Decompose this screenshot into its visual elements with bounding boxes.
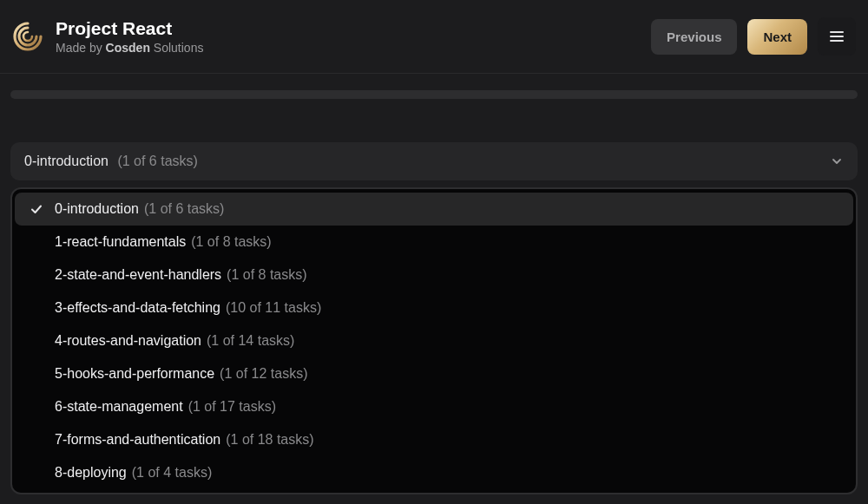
module-count: (1 of 14 tasks)	[207, 333, 294, 348]
module-count: (1 of 12 tasks)	[220, 366, 307, 381]
menu-button[interactable]	[818, 17, 856, 56]
check-icon	[30, 433, 43, 447]
module-label: 3-effects-and-data-fetching	[55, 300, 220, 315]
check-icon	[30, 400, 43, 414]
module-option[interactable]: 5-hooks-and-performance(1 of 12 tasks)	[15, 357, 853, 390]
check-icon	[30, 268, 43, 282]
next-button[interactable]: Next	[747, 19, 807, 55]
hamburger-icon	[828, 28, 845, 45]
module-label: 2-state-and-event-handlers	[55, 267, 221, 282]
page-subtitle: Made by Cosden Solutions	[56, 41, 203, 55]
module-count: (1 of 8 tasks)	[227, 267, 306, 282]
check-icon	[30, 466, 43, 480]
check-icon	[30, 367, 43, 381]
module-option[interactable]: 3-effects-and-data-fetching(10 of 11 tas…	[15, 291, 853, 324]
selector-label: 0-introduction	[24, 154, 108, 168]
module-selector[interactable]: 0-introduction (1 of 6 tasks)	[10, 142, 858, 180]
module-option[interactable]: 7-forms-and-authentication(1 of 18 tasks…	[15, 423, 853, 456]
check-icon	[30, 202, 43, 216]
check-icon	[30, 301, 43, 315]
module-option[interactable]: 4-routes-and-navigation(1 of 14 tasks)	[15, 324, 853, 357]
chevron-down-icon	[830, 154, 844, 168]
module-count: (10 of 11 tasks)	[226, 300, 321, 315]
module-label: 7-forms-and-authentication	[55, 432, 220, 447]
module-label: 1-react-fundamentals	[55, 234, 186, 249]
module-count: (1 of 17 tasks)	[188, 399, 276, 414]
brand: Project React Made by Cosden Solutions	[12, 18, 203, 55]
previous-button[interactable]: Previous	[651, 19, 737, 55]
module-label: 8-deploying	[55, 465, 127, 480]
module-option[interactable]: 6-state-management(1 of 17 tasks)	[15, 390, 853, 423]
page-title: Project React	[56, 18, 203, 39]
module-label: 5-hooks-and-performance	[55, 366, 214, 381]
module-option[interactable]: 0-introduction(1 of 6 tasks)	[15, 193, 853, 226]
module-count: (1 of 18 tasks)	[226, 432, 313, 447]
check-icon	[30, 334, 43, 348]
module-label: 4-routes-and-navigation	[55, 333, 201, 348]
module-label: 6-state-management	[55, 399, 183, 414]
module-option[interactable]: 2-state-and-event-handlers(1 of 8 tasks)	[15, 259, 853, 291]
module-option[interactable]: 8-deploying(1 of 4 tasks)	[15, 456, 853, 489]
progress-bar	[10, 90, 858, 99]
cosden-logo-icon	[12, 21, 43, 52]
module-count: (1 of 4 tasks)	[132, 465, 212, 480]
module-count: (1 of 6 tasks)	[144, 201, 224, 216]
module-dropdown: 0-introduction(1 of 6 tasks)1-react-fund…	[10, 187, 858, 494]
module-option[interactable]: 1-react-fundamentals(1 of 8 tasks)	[15, 226, 853, 259]
module-count: (1 of 8 tasks)	[191, 234, 271, 249]
check-icon	[30, 235, 43, 249]
module-label: 0-introduction	[55, 201, 139, 216]
selector-count: (1 of 6 tasks)	[117, 154, 197, 168]
